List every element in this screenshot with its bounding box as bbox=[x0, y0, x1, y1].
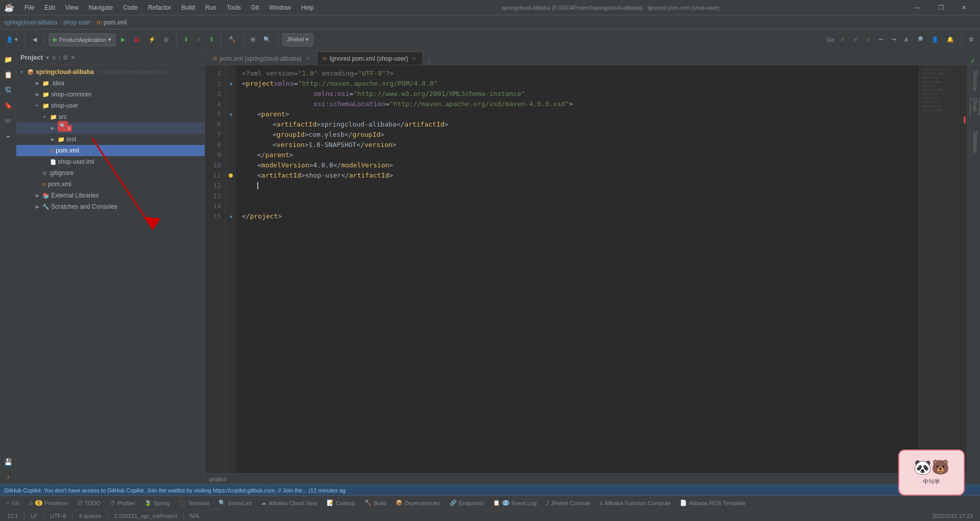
sonarlint-tab[interactable]: 🔍 SonarLint bbox=[214, 497, 256, 509]
menu-edit[interactable]: Edit bbox=[42, 3, 57, 12]
tree-src[interactable]: ▾ 📁 src bbox=[16, 111, 205, 122]
code-editor[interactable]: <?xml version="1.0" encoding="UTF-8"?> <… bbox=[236, 65, 919, 473]
gear-icon[interactable]: ⚙ bbox=[63, 54, 68, 61]
build-tab[interactable]: 🔨 Build bbox=[360, 497, 390, 509]
minimize-button[interactable]: — bbox=[905, 0, 929, 15]
alibaba-ros-tab[interactable]: 📄 Alibaba ROS Template bbox=[676, 497, 750, 509]
menu-view[interactable]: View bbox=[63, 3, 81, 12]
alibaba-cloud-panel-label[interactable]: Alibaba Cloud Explorer bbox=[970, 96, 981, 127]
vcs-commit-btn[interactable]: ✓ bbox=[193, 33, 204, 47]
project-dropdown-icon[interactable]: ▾ bbox=[46, 54, 49, 61]
tree-external-libs[interactable]: ▶ 📚 External Libraries bbox=[16, 190, 205, 201]
menu-run[interactable]: Run bbox=[203, 3, 218, 12]
menu-bar[interactable]: File Edit View Navigate Code Refactor Bu… bbox=[22, 3, 316, 12]
menu-tools[interactable]: Tools bbox=[225, 3, 243, 12]
user-btn[interactable]: 👤 bbox=[928, 33, 942, 47]
jrebel-console-tab[interactable]: J JRebel Console bbox=[542, 497, 594, 509]
run-config-selector[interactable]: ▶ ProductApplication ▾ bbox=[48, 33, 116, 46]
fold-icon-2[interactable]: ▾ bbox=[230, 81, 232, 87]
vcs-redo-btn[interactable]: ↪ bbox=[889, 33, 899, 47]
scrollbar[interactable] bbox=[967, 65, 970, 473]
expand-icon[interactable]: ↕ bbox=[58, 54, 61, 61]
git-tab[interactable]: ⑂ Git bbox=[2, 497, 23, 509]
toolbar-back-btn[interactable]: ◀ bbox=[30, 33, 40, 47]
fold-icon-5[interactable]: ▾ bbox=[230, 112, 232, 117]
tasks-btn[interactable]: ⊞ bbox=[248, 33, 258, 47]
run-button[interactable]: ▶ bbox=[118, 33, 128, 47]
tree-scratches[interactable]: ▶ 🔧 Scratches and Consoles bbox=[16, 201, 205, 212]
tree-iml[interactable]: ▶ 📄 shop-user.iml bbox=[16, 156, 205, 167]
collapse-all-icon[interactable]: ≡ bbox=[52, 54, 56, 61]
terminal-tab[interactable]: ⬛ Terminal bbox=[175, 497, 214, 509]
breadcrumb-root[interactable]: springcloud-alibaba bbox=[4, 19, 57, 26]
search-btn[interactable]: 🔎 bbox=[913, 33, 926, 47]
line-separator[interactable]: LF bbox=[28, 510, 40, 522]
tab-close-1[interactable]: ✕ bbox=[304, 55, 311, 62]
project-tab-label[interactable]: project bbox=[209, 476, 226, 482]
menu-refactor[interactable]: Refactor bbox=[146, 3, 173, 12]
tree-test[interactable]: ▶ 📁 test bbox=[16, 134, 205, 145]
tree-shop-commom[interactable]: ▶ 📁 shop-commom bbox=[16, 89, 205, 100]
translate-btn[interactable]: A bbox=[901, 33, 911, 47]
activity-commit[interactable]: 📋 bbox=[1, 67, 15, 82]
git-branch-status[interactable]: N/A bbox=[187, 510, 202, 522]
encoding[interactable]: UTF-8 bbox=[47, 510, 69, 522]
recent-files-icon[interactable]: ⋮ bbox=[426, 58, 432, 65]
menu-window[interactable]: Window bbox=[267, 3, 293, 12]
vcs-check3-btn[interactable]: ✓ bbox=[863, 33, 874, 47]
profiler-tab[interactable]: ⏱ Profiler bbox=[106, 497, 139, 509]
activity-jrebel[interactable]: J bbox=[1, 470, 15, 484]
structure-panel-label[interactable]: Structure bbox=[970, 65, 981, 96]
settings-btn[interactable]: ⚙ bbox=[966, 33, 977, 47]
codeup-tab[interactable]: 📝 Codeup bbox=[323, 497, 360, 509]
endpoints-tab[interactable]: 🔗 Endpoints bbox=[446, 497, 488, 509]
toolbar-sync-btn[interactable]: 👤 ▾ bbox=[3, 33, 21, 47]
vcs-update-btn[interactable]: ⬇ bbox=[181, 33, 191, 47]
todo-tab[interactable]: ☑ TODO bbox=[74, 497, 105, 509]
activity-maven[interactable]: m bbox=[1, 113, 15, 128]
tab-pom-root[interactable]: m pom.xml (springcloud-alibaba) ✕ bbox=[207, 52, 317, 65]
alibaba-function-tab[interactable]: λ Alibaba Function Compute bbox=[596, 497, 675, 509]
editor-content[interactable]: 1 2 3 4 5 6 7 8 9 10 11 12 13 14 15 ▾ bbox=[205, 65, 980, 473]
spring-tab[interactable]: 🍃 Spring bbox=[140, 497, 174, 509]
jrebel-selector[interactable]: JRebel ▾ bbox=[282, 33, 313, 46]
cursor-position[interactable]: 12:1 bbox=[4, 510, 21, 522]
menu-navigate[interactable]: Navigate bbox=[87, 3, 115, 12]
breadcrumb-module[interactable]: shop-user bbox=[63, 19, 90, 26]
tree-pom-shopuser[interactable]: ▶ m pom.xml bbox=[16, 145, 205, 156]
close-panel-icon[interactable]: ✕ bbox=[70, 54, 76, 61]
coverage-button[interactable]: ◎ bbox=[161, 33, 172, 47]
tab-pom-shopuser[interactable]: m Ignored pom.xml (shop-user) ✕ bbox=[317, 52, 423, 65]
dependencies-tab[interactable]: 📦 Dependencies bbox=[391, 497, 445, 509]
activity-bookmarks[interactable]: 🔖 bbox=[1, 98, 15, 112]
build-btn[interactable]: 🔨 bbox=[226, 33, 239, 47]
search-everywhere-btn[interactable]: 🔍 bbox=[260, 33, 274, 47]
activity-structure[interactable]: 🏗 bbox=[1, 83, 15, 97]
indent-setting[interactable]: 4 spaces bbox=[76, 510, 104, 522]
vcs-branch[interactable]: 2 220121_xgc_initProject bbox=[111, 510, 180, 522]
tab-close-2[interactable]: ✕ bbox=[410, 55, 418, 62]
menu-git[interactable]: Git bbox=[249, 3, 261, 12]
notifications-btn[interactable]: 🔔 bbox=[944, 33, 957, 47]
alibaba-cloud-tab[interactable]: ☁ Alibaba Cloud View bbox=[257, 497, 321, 509]
tree-shop-user[interactable]: ▾ 📁 shop-user bbox=[16, 100, 205, 111]
activity-project[interactable]: 📁 bbox=[1, 52, 15, 66]
problems-tab[interactable]: ⚠ 6 Problems bbox=[24, 497, 72, 509]
debug-button[interactable]: 🐞 bbox=[130, 33, 143, 47]
tree-pom-root[interactable]: ▶ m pom.xml bbox=[16, 179, 205, 190]
tree-main[interactable]: ▶ 🔍 main bbox=[16, 122, 205, 134]
tree-root[interactable]: ▾ 📦 springcloud-alibaba F:\IDEAProject\s… bbox=[16, 66, 205, 78]
code-line-12[interactable] bbox=[242, 181, 919, 191]
vcs-undo-btn[interactable]: ↩ bbox=[876, 33, 887, 47]
vcs-check2-btn[interactable]: ✓ bbox=[850, 33, 861, 47]
event-log-tab[interactable]: 📋 2 Event Log bbox=[489, 497, 541, 509]
menu-code[interactable]: Code bbox=[121, 3, 140, 12]
database-panel-label[interactable]: Database bbox=[970, 127, 981, 157]
menu-help[interactable]: Help bbox=[299, 3, 316, 12]
maximize-button[interactable]: ❐ bbox=[929, 0, 952, 15]
menu-file[interactable]: File bbox=[22, 3, 36, 12]
tree-idea[interactable]: ▶ 📁 .idea bbox=[16, 78, 205, 89]
fold-icon-15[interactable]: ▾ bbox=[230, 214, 232, 219]
menu-build[interactable]: Build bbox=[179, 3, 197, 12]
activity-alibaba[interactable]: ☁ bbox=[1, 129, 15, 143]
